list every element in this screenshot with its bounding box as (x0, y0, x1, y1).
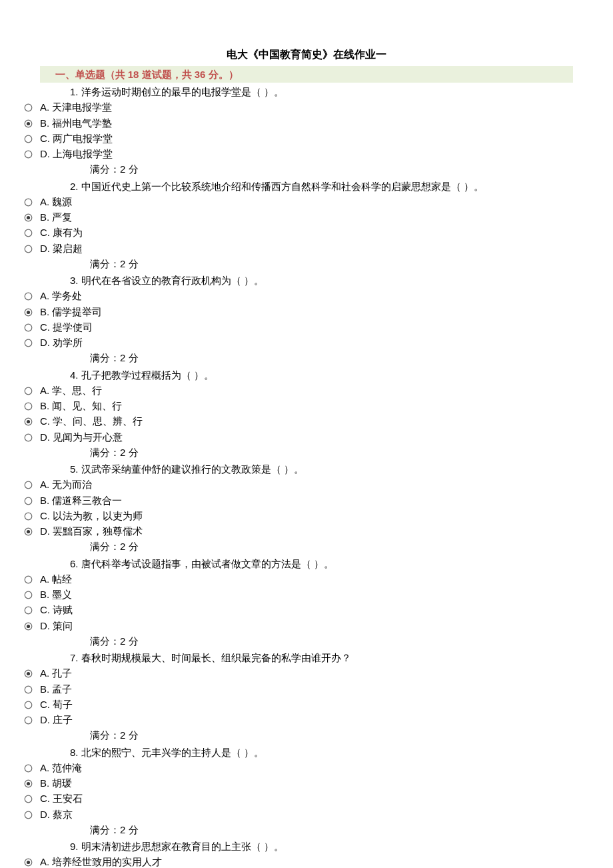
radio-unchecked-icon[interactable] (21, 150, 35, 159)
option-label: A. 帖经 (40, 571, 72, 587)
question-stem: 8. 北宋的熙宁、元丰兴学的主持人是（ ）。 (40, 745, 573, 760)
option-row[interactable]: B. 墨义 (21, 587, 573, 602)
option-row[interactable]: A. 无为而治 (21, 477, 573, 492)
option-row[interactable]: C. 康有为 (21, 225, 573, 240)
question-stem: 1. 洋务运动时期创立的最早的电报学堂是（ ）。 (40, 84, 573, 99)
radio-unchecked-icon[interactable] (21, 795, 35, 803)
radio-unchecked-icon[interactable] (21, 701, 35, 709)
option-row[interactable]: D. 梁启超 (21, 241, 573, 256)
radio-checked-icon[interactable] (21, 858, 35, 867)
option-label: B. 儒道释三教合一 (40, 493, 122, 508)
option-row[interactable]: B. 福州电气学塾 (21, 115, 573, 131)
option-row[interactable]: A. 魏源 (21, 194, 573, 209)
svg-point-14 (25, 339, 32, 347)
svg-point-5 (25, 199, 32, 206)
radio-unchecked-icon[interactable] (21, 339, 35, 347)
option-row[interactable]: D. 上海电报学堂 (21, 146, 573, 161)
option-row[interactable]: A. 学务处 (21, 288, 573, 303)
option-label: C. 学、问、思、辨、行 (40, 413, 143, 429)
radio-checked-icon[interactable] (21, 417, 35, 426)
radio-unchecked-icon[interactable] (21, 292, 35, 301)
radio-checked-icon[interactable] (21, 669, 35, 678)
option-label: D. 庄子 (40, 712, 73, 727)
radio-unchecked-icon[interactable] (21, 387, 35, 395)
radio-unchecked-icon[interactable] (21, 323, 35, 332)
option-row[interactable]: C. 王安石 (21, 791, 573, 806)
option-row[interactable]: A. 学、思、行 (21, 383, 573, 398)
radio-unchecked-icon[interactable] (21, 135, 35, 143)
radio-checked-icon[interactable] (21, 779, 35, 788)
radio-unchecked-icon[interactable] (21, 433, 35, 442)
option-row[interactable]: A. 范仲淹 (21, 760, 573, 775)
option-row[interactable]: D. 劝学所 (21, 335, 573, 350)
svg-point-7 (26, 216, 29, 219)
radio-checked-icon[interactable] (21, 527, 35, 536)
svg-point-4 (25, 151, 32, 158)
option-row[interactable]: B. 儒学提举司 (21, 304, 573, 319)
svg-point-0 (25, 105, 32, 112)
option-row[interactable]: B. 严复 (21, 209, 573, 225)
radio-unchecked-icon[interactable] (21, 512, 35, 521)
option-row[interactable]: B. 胡瑗 (21, 775, 573, 791)
svg-point-29 (26, 625, 29, 628)
section-header: 一、单选题（共 18 道试题，共 36 分。） (40, 66, 573, 83)
option-row[interactable]: D. 见闻为与开心意 (21, 429, 573, 445)
svg-point-26 (25, 591, 32, 599)
score-label: 满分：2 分 (40, 822, 573, 837)
radio-unchecked-icon[interactable] (21, 591, 35, 599)
radio-checked-icon[interactable] (21, 213, 35, 222)
radio-unchecked-icon[interactable] (21, 606, 35, 615)
option-label: C. 王安石 (40, 791, 83, 806)
radio-unchecked-icon[interactable] (21, 497, 35, 505)
radio-unchecked-icon[interactable] (21, 402, 35, 411)
option-row[interactable]: C. 学、问、思、辨、行 (21, 413, 573, 429)
option-row[interactable]: D. 罢黜百家，独尊儒术 (21, 523, 573, 539)
score-label: 满分：2 分 (40, 161, 573, 177)
option-row[interactable]: B. 闻、见、知、行 (21, 398, 573, 413)
radio-unchecked-icon[interactable] (21, 811, 35, 819)
page-title: 电大《中国教育简史》在线作业一 (40, 47, 573, 63)
option-row[interactable]: C. 以法为教，以吏为师 (21, 508, 573, 523)
option-row[interactable]: B. 儒道释三教合一 (21, 493, 573, 508)
option-label: C. 以法为教，以吏为师 (40, 508, 143, 523)
score-label: 满分：2 分 (40, 633, 573, 649)
option-row[interactable]: D. 庄子 (21, 712, 573, 727)
option-label: B. 胡瑗 (40, 775, 72, 791)
radio-unchecked-icon[interactable] (21, 198, 35, 207)
svg-point-25 (25, 576, 32, 583)
option-row[interactable]: D. 策问 (21, 618, 573, 633)
option-row[interactable]: A. 孔子 (21, 665, 573, 681)
option-row[interactable]: D. 蔡京 (21, 807, 573, 822)
radio-unchecked-icon[interactable] (21, 245, 35, 253)
option-row[interactable]: C. 提学使司 (21, 319, 573, 335)
option-row[interactable]: C. 两广电报学堂 (21, 131, 573, 146)
radio-unchecked-icon[interactable] (21, 481, 35, 489)
option-row[interactable]: A. 培养经世致用的实用人才 (21, 854, 573, 868)
radio-checked-icon[interactable] (21, 622, 35, 631)
option-row[interactable]: A. 天津电报学堂 (21, 99, 573, 115)
svg-point-37 (26, 782, 29, 785)
option-row[interactable]: C. 荀子 (21, 697, 573, 712)
radio-unchecked-icon[interactable] (21, 229, 35, 237)
radio-unchecked-icon[interactable] (21, 764, 35, 773)
radio-checked-icon[interactable] (21, 119, 35, 128)
svg-point-3 (25, 135, 32, 143)
radio-unchecked-icon[interactable] (21, 575, 35, 584)
svg-point-32 (25, 686, 32, 693)
radio-checked-icon[interactable] (21, 308, 35, 317)
option-row[interactable]: B. 孟子 (21, 681, 573, 697)
svg-point-27 (25, 607, 32, 615)
score-label: 满分：2 分 (40, 539, 573, 554)
svg-point-16 (25, 403, 32, 410)
question-stem: 6. 唐代科举考试设题指事，由被试者做文章的方法是（ ）。 (40, 556, 573, 571)
option-label: B. 福州电气学塾 (40, 115, 112, 131)
svg-point-24 (26, 530, 29, 533)
radio-unchecked-icon[interactable] (21, 716, 35, 725)
option-row[interactable]: A. 帖经 (21, 571, 573, 587)
svg-point-10 (25, 293, 32, 301)
option-row[interactable]: C. 诗赋 (21, 602, 573, 617)
radio-unchecked-icon[interactable] (21, 103, 35, 112)
radio-unchecked-icon[interactable] (21, 685, 35, 694)
option-label: A. 天津电报学堂 (40, 99, 112, 115)
option-label: C. 诗赋 (40, 602, 73, 617)
